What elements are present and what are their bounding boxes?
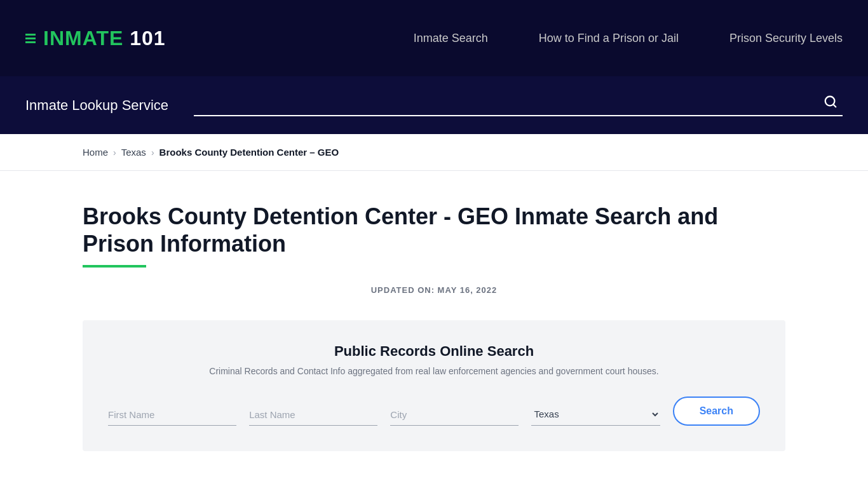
top-navigation: INMATE 101 Inmate Search How to Find a P…: [0, 0, 868, 76]
logo-icon: [25, 34, 36, 43]
breadcrumb-separator-1: ›: [113, 147, 116, 158]
page-title: Brooks County Detention Center - GEO Inm…: [83, 203, 785, 257]
search-bar-label: Inmate Lookup Service: [25, 97, 168, 114]
search-icon: [824, 95, 837, 109]
state-field: Texas Alabama Alaska Arizona Arkansas Ca…: [531, 403, 660, 426]
search-bar-area: Inmate Lookup Service: [0, 76, 868, 134]
state-select[interactable]: Texas Alabama Alaska Arizona Arkansas Ca…: [531, 403, 660, 426]
breadcrumb-current: Brooks County Detention Center – GEO: [159, 147, 339, 158]
global-search-button[interactable]: [818, 95, 843, 112]
nav-item-security-levels[interactable]: Prison Security Levels: [729, 32, 843, 44]
search-card-subtitle: Criminal Records and Contact Info aggreg…: [108, 366, 760, 376]
public-records-search-card: Public Records Online Search Criminal Re…: [83, 320, 785, 451]
breadcrumb-separator-2: ›: [151, 147, 154, 158]
svg-line-1: [833, 104, 836, 107]
nav-item-find-prison[interactable]: How to Find a Prison or Jail: [539, 32, 679, 44]
search-records-button[interactable]: Search: [673, 396, 760, 426]
breadcrumb-state[interactable]: Texas: [121, 147, 146, 158]
breadcrumb-home[interactable]: Home: [83, 147, 108, 158]
last-name-input[interactable]: [249, 404, 377, 426]
logo-link[interactable]: INMATE 101: [25, 27, 166, 50]
city-field: [390, 404, 519, 426]
search-card-title: Public Records Online Search: [108, 343, 760, 360]
global-search-input[interactable]: [194, 94, 818, 112]
breadcrumb: Home › Texas › Brooks County Detention C…: [0, 134, 868, 171]
search-input-wrapper: [194, 94, 843, 116]
first-name-input[interactable]: [108, 404, 236, 426]
city-input[interactable]: [390, 404, 519, 426]
title-underline: [83, 265, 146, 268]
updated-date: UPDATED ON: MAY 16, 2022: [83, 285, 785, 295]
nav-item-inmate-search[interactable]: Inmate Search: [414, 32, 488, 44]
first-name-field: [108, 404, 236, 426]
nav-links-list: Inmate Search How to Find a Prison or Ja…: [414, 32, 843, 45]
search-form-row: Texas Alabama Alaska Arizona Arkansas Ca…: [108, 396, 760, 426]
last-name-field: [249, 404, 377, 426]
brand-name: INMATE 101: [43, 27, 166, 50]
main-content: Brooks County Detention Center - GEO Inm…: [0, 171, 868, 477]
